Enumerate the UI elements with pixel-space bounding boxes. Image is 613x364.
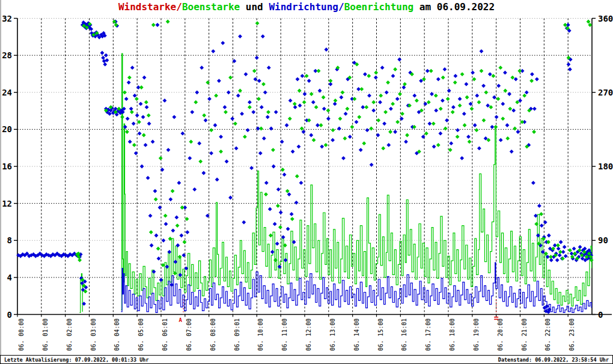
- left-axis-label: 28: [2, 50, 12, 60]
- windrichtung-point: [101, 56, 105, 60]
- boenrichtung-point: [563, 23, 567, 27]
- boenrichtung-point: [261, 82, 266, 86]
- windrichtung-point: [144, 143, 148, 147]
- windrichtung-point: [251, 110, 255, 114]
- windrichtung-point: [297, 145, 301, 149]
- windrichtung-point: [238, 34, 242, 38]
- windrichtung-point: [371, 109, 376, 113]
- boenrichtung-point: [341, 90, 345, 94]
- windrichtung-point: [441, 99, 445, 103]
- x-axis-label: 06. 15:00: [377, 318, 384, 351]
- windrichtung-point: [148, 214, 153, 218]
- x-axis-label: 06. 16:01: [401, 318, 407, 351]
- windrichtung-point: [322, 107, 326, 111]
- windrichtung-point: [540, 223, 544, 228]
- boenrichtung-point: [329, 79, 333, 83]
- windrichtung-point: [445, 118, 449, 123]
- x-axis-label: 06. 07:00: [186, 318, 192, 351]
- windrichtung-point: [434, 109, 438, 113]
- boenrichtung-point: [125, 130, 129, 134]
- boenrichtung-point: [444, 127, 448, 131]
- windrichtung-point: [380, 65, 385, 70]
- status-bar: Letzte Aktualisierung: 07.09.2022, 00:01…: [0, 355, 613, 364]
- boenrichtung-point: [305, 74, 309, 78]
- windrichtung-point: [172, 115, 177, 119]
- windrichtung-point: [458, 97, 462, 101]
- windrichtung-point: [385, 90, 389, 94]
- x-axis-label: 06. 13:00: [329, 318, 336, 351]
- boenrichtung-point: [465, 96, 469, 100]
- right-axis-label: 180: [598, 162, 613, 171]
- boenrichtung-point: [475, 128, 479, 132]
- boenrichtung-point: [415, 99, 419, 103]
- boenrichtung-point: [484, 90, 489, 94]
- boenrichtung-point: [259, 127, 263, 131]
- windrichtung-point: [221, 41, 225, 45]
- left-axis-label: 16: [2, 162, 12, 171]
- boenrichtung-point: [369, 127, 373, 131]
- boenrichtung-point: [326, 109, 331, 113]
- windrichtung-point: [378, 100, 382, 105]
- boenrichtung-point: [290, 217, 294, 221]
- boenrichtung-point: [149, 230, 153, 234]
- boenrichtung-point: [202, 114, 206, 118]
- boenrichtung-point: [120, 115, 124, 119]
- windrichtung-point: [286, 227, 290, 231]
- boenrichtung-point: [123, 90, 127, 94]
- x-axis-label: 06. 05:00: [138, 318, 144, 351]
- boenrichtung-point: [343, 136, 347, 141]
- boenrichtung-point: [257, 97, 261, 101]
- windrichtung-point: [425, 69, 430, 73]
- windrichtung-point: [501, 102, 505, 106]
- boenrichtung-point: [362, 141, 366, 145]
- windrichtung-point: [337, 127, 341, 131]
- windrichtung-point: [274, 110, 278, 114]
- windrichtung-point: [225, 159, 229, 163]
- windrichtung-point: [572, 247, 576, 251]
- boenrichtung-point: [312, 138, 316, 142]
- x-axis-label: 06. 23:00: [569, 318, 575, 351]
- windrichtung-point: [219, 135, 223, 139]
- windrichtung-point: [402, 85, 406, 89]
- boenrichtung-point: [496, 97, 501, 101]
- windrichtung-point: [443, 67, 447, 71]
- windrichtung-point: [363, 72, 367, 76]
- boenrichtung-point: [130, 110, 134, 114]
- boenrichtung-point: [178, 255, 182, 259]
- windrichtung-point: [175, 216, 179, 220]
- windrichtung-point: [370, 163, 374, 167]
- boenrichtung-point: [147, 114, 151, 118]
- boenrichtung-point: [264, 192, 268, 196]
- boenrichtung-point: [393, 67, 397, 71]
- windrichtung-point: [480, 49, 484, 53]
- windrichtung-point: [471, 71, 475, 75]
- boenrichtung-point: [381, 147, 385, 151]
- windrichtung-point: [293, 105, 297, 109]
- windrichtung-point: [257, 79, 261, 83]
- windrichtung-point: [309, 133, 313, 138]
- windrichtung-point: [272, 165, 276, 169]
- windrichtung-point: [505, 123, 510, 127]
- boenrichtung-point: [139, 85, 144, 89]
- x-axis-label: 06. 12:00: [305, 318, 312, 351]
- boenrichtung-point: [357, 115, 361, 119]
- windrichtung-point: [326, 117, 331, 121]
- boenrichtung-point: [175, 223, 180, 228]
- boenrichtung-point: [285, 189, 290, 193]
- event-marker-glyph: A: [179, 317, 183, 323]
- windrichtung-point: [365, 128, 370, 132]
- boenrichtung-point: [307, 118, 311, 123]
- windrichtung-point: [473, 123, 477, 127]
- windrichtung-point: [248, 100, 252, 105]
- x-axis-labels: 06. 00:0006. 01:0006. 02:0006. 03:0006. …: [18, 318, 575, 351]
- windrichtung-point: [276, 187, 281, 192]
- windrichtung-point: [242, 220, 246, 225]
- boenrichtung-point: [317, 69, 321, 73]
- boenrichtung-point: [288, 117, 292, 121]
- boenrichtung-point: [376, 118, 380, 123]
- windrichtung-point: [227, 90, 231, 94]
- windrichtung-point: [495, 115, 499, 119]
- series-boenstaerke-line: [80, 53, 592, 312]
- boenrichtung-point: [271, 148, 275, 152]
- boenrichtung-point: [185, 217, 189, 221]
